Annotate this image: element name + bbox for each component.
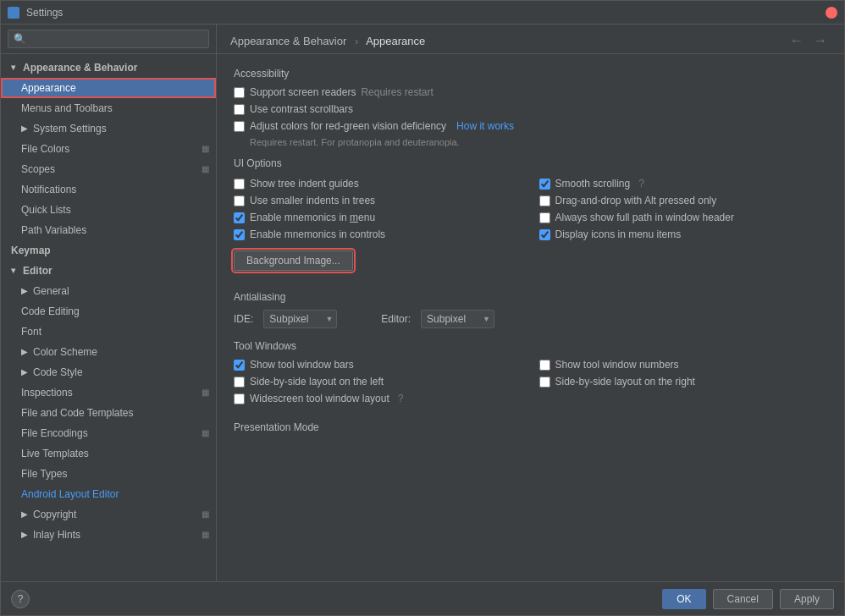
ui-options-grid: Show tree indent guides Use smaller inde…: [234, 178, 827, 245]
show-tree-indent-checkbox[interactable]: [234, 179, 245, 190]
side-by-side-left-checkbox[interactable]: [234, 377, 245, 388]
apply-button[interactable]: Apply: [780, 589, 834, 609]
full-path-header-row: Always show full path in window header: [539, 212, 828, 223]
presentation-mode-title: Presentation Mode: [234, 421, 827, 433]
tool-windows-title: Tool Windows: [234, 340, 827, 352]
chevron-right-icon: ▶: [21, 507, 31, 522]
side-by-side-left-label: Side-by-side layout on the left: [250, 376, 384, 388]
close-button[interactable]: [826, 7, 837, 19]
settings-window: Settings ▾ Appearance & Behavior Appeara…: [0, 0, 845, 616]
sidebar-item-font[interactable]: Font: [1, 322, 216, 342]
use-contrast-scrollbars-checkbox[interactable]: [234, 104, 245, 115]
sidebar-item-scopes[interactable]: Scopes ▦: [1, 159, 216, 179]
show-tool-bars-checkbox[interactable]: [234, 360, 245, 371]
background-image-button[interactable]: Background Image...: [234, 250, 353, 271]
display-icons-menu-checkbox[interactable]: [539, 229, 550, 240]
sidebar-item-editor[interactable]: ▾ Editor: [1, 261, 216, 281]
chevron-right-icon: ▶: [21, 344, 31, 360]
sidebar-item-keymap[interactable]: Keymap: [1, 240, 216, 261]
sidebar-item-quick-lists[interactable]: Quick Lists: [1, 200, 216, 220]
drag-drop-alt-checkbox[interactable]: [539, 195, 550, 206]
display-icons-menu-label: Display icons in menu items: [555, 228, 682, 240]
bottom-right: OK Cancel Apply: [662, 589, 834, 609]
full-path-header-checkbox[interactable]: [539, 212, 550, 223]
panel-header: Appearance & Behavior › Appearance ← →: [217, 25, 844, 54]
sidebar-item-file-types[interactable]: File Types: [1, 464, 216, 484]
nav-buttons: ← →: [787, 33, 831, 48]
tool-windows-col2: Show tool window numbers Side-by-side la…: [539, 359, 828, 410]
sidebar-item-menus-toolbars[interactable]: Menus and Toolbars: [1, 98, 216, 118]
chevron-right-icon: ▶: [21, 365, 31, 380]
title-bar: Settings: [1, 1, 844, 25]
sidebar-item-inspections[interactable]: Inspections ▦: [1, 382, 216, 403]
sidebar-item-file-colors[interactable]: File Colors ▦: [1, 139, 216, 159]
sidebar-item-code-style[interactable]: ▶ Code Style: [1, 362, 216, 382]
smooth-scrolling-checkbox[interactable]: [539, 179, 550, 190]
sidebar-item-general[interactable]: ▶ General: [1, 281, 216, 301]
cancel-button[interactable]: Cancel: [713, 589, 773, 609]
support-screen-readers-row: Support screen readers Requires restart: [234, 86, 827, 98]
window-controls: [826, 7, 837, 19]
requires-restart-label: Requires restart: [361, 86, 433, 98]
chevron-down-icon: ▾: [11, 263, 21, 278]
sidebar-item-system-settings[interactable]: ▶ System Settings: [1, 118, 216, 139]
bottom-bar: ? OK Cancel Apply: [1, 581, 844, 615]
accessibility-section: Accessibility Support screen readers Req…: [234, 68, 827, 147]
smooth-scrolling-help-icon[interactable]: ?: [638, 178, 644, 190]
breadcrumb: Appearance & Behavior › Appearance: [230, 35, 425, 47]
settings-icon: ▦: [202, 162, 209, 177]
chevron-right-icon: ▶: [21, 283, 31, 299]
sidebar-item-path-variables[interactable]: Path Variables: [1, 220, 216, 240]
back-button[interactable]: ←: [787, 33, 807, 48]
sidebar-item-android-layout-editor[interactable]: Android Layout Editor: [1, 484, 216, 504]
enable-mnemonics-menu-checkbox[interactable]: [234, 212, 245, 223]
chevron-right-icon: ▶: [21, 121, 31, 136]
adjust-colors-row: Adjust colors for red-green vision defic…: [234, 120, 827, 132]
ide-antialiasing-select[interactable]: Subpixel Greyscale None: [263, 310, 337, 328]
show-tree-indent-row: Show tree indent guides: [234, 178, 522, 190]
tool-windows-col1: Show tool window bars Side-by-side layou…: [234, 359, 522, 410]
ui-options-section: UI Options Show tree indent guides Use s…: [234, 157, 827, 279]
presentation-mode-section: Presentation Mode: [234, 421, 827, 433]
chevron-down-icon: ▾: [11, 60, 21, 75]
show-tool-numbers-label: Show tool window numbers: [555, 359, 679, 371]
forward-button[interactable]: →: [810, 33, 831, 48]
accessibility-title: Accessibility: [234, 68, 827, 80]
side-by-side-right-checkbox[interactable]: [539, 377, 550, 388]
show-tree-indent-label: Show tree indent guides: [250, 178, 359, 190]
tool-windows-section: Tool Windows Show tool window bars Side-…: [234, 340, 827, 410]
support-screen-readers-checkbox[interactable]: [234, 87, 245, 98]
widescreen-layout-checkbox[interactable]: [234, 393, 245, 404]
antialiasing-row: IDE: Subpixel Greyscale None Editor: Sub: [234, 310, 827, 328]
chevron-right-icon: ▶: [21, 527, 31, 542]
sidebar-item-notifications[interactable]: Notifications: [1, 179, 216, 200]
enable-mnemonics-menu-label: Enable mnemonics in menu: [250, 212, 375, 223]
sidebar-item-file-code-templates[interactable]: File and Code Templates: [1, 403, 216, 423]
bottom-left: ?: [11, 590, 30, 608]
smaller-indents-checkbox[interactable]: [234, 195, 245, 206]
show-tool-numbers-checkbox[interactable]: [539, 360, 550, 371]
search-input[interactable]: [8, 30, 209, 48]
sidebar-item-live-templates[interactable]: Live Templates: [1, 443, 216, 464]
show-tool-bars-label: Show tool window bars: [250, 359, 354, 371]
sidebar-item-appearance[interactable]: Appearance: [1, 78, 216, 98]
settings-icon: ▦: [202, 385, 209, 400]
sidebar-item-code-editing[interactable]: Code Editing: [1, 301, 216, 322]
drag-drop-alt-label: Drag-and-drop with Alt pressed only: [555, 195, 717, 206]
ide-antialiasing-label: IDE:: [234, 313, 253, 325]
show-tool-bars-row: Show tool window bars: [234, 359, 522, 371]
editor-antialiasing-select[interactable]: Subpixel Greyscale None: [421, 310, 494, 328]
sidebar-item-appearance-behavior[interactable]: ▾ Appearance & Behavior: [1, 58, 216, 78]
how-it-works-link[interactable]: How it works: [456, 120, 514, 132]
help-button[interactable]: ?: [11, 590, 30, 608]
widescreen-help-icon[interactable]: ?: [398, 393, 404, 404]
ok-button[interactable]: OK: [662, 589, 705, 609]
sidebar-item-color-scheme[interactable]: ▶ Color Scheme: [1, 342, 216, 362]
sidebar-item-inlay-hints[interactable]: ▶ Inlay Hints ▦: [1, 525, 216, 545]
full-path-header-label: Always show full path in window header: [555, 212, 734, 223]
panel-body: Accessibility Support screen readers Req…: [217, 54, 844, 581]
sidebar-item-file-encodings[interactable]: File Encodings ▦: [1, 423, 216, 443]
adjust-colors-checkbox[interactable]: [234, 121, 245, 132]
enable-mnemonics-controls-checkbox[interactable]: [234, 229, 245, 240]
sidebar-item-copyright[interactable]: ▶ Copyright ▦: [1, 504, 216, 525]
